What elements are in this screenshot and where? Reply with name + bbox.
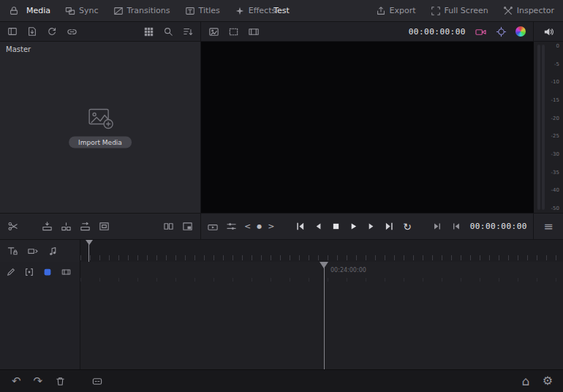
close-up-icon[interactable] [99, 221, 110, 232]
jump-start-button[interactable] [295, 222, 306, 231]
undo-icon[interactable]: ↶ [12, 376, 21, 387]
audio-meter-scale: 0 -5 -10 -15 -20 -25 -30 -35 -40 -50 [545, 42, 563, 213]
export-icon [376, 6, 386, 16]
audio-trim-icon[interactable] [48, 246, 58, 257]
append-clip-icon[interactable] [61, 221, 72, 232]
tab-sync-label: Sync [79, 6, 99, 15]
track-film-icon[interactable] [61, 267, 72, 277]
media-placeholder-icon [86, 107, 115, 130]
ripple-overwrite-icon[interactable] [80, 221, 91, 232]
audio-meter: 0 -5 -10 -15 -20 -25 -30 -35 -40 -50 [534, 42, 563, 213]
split-view-icon[interactable] [163, 221, 174, 232]
redo-icon[interactable]: ↷ [34, 376, 43, 387]
tools-sliders-icon[interactable] [226, 221, 237, 232]
video-editor-app: Media Sync Transitions Titles Effects Te… [0, 0, 563, 392]
settings-gear-icon[interactable]: ⚙ [543, 375, 553, 387]
track-header-tools [0, 262, 80, 282]
smart-insert-icon[interactable] [42, 221, 53, 232]
audio-monitor-icon[interactable] [24, 267, 34, 277]
step-back-button[interactable] [314, 222, 323, 231]
image-overlay-icon[interactable] [208, 26, 219, 37]
inspector-button[interactable]: Inspector [503, 6, 554, 16]
fullscreen-icon [431, 6, 441, 16]
inspector-label: Inspector [517, 6, 554, 15]
playhead-line [324, 262, 325, 369]
secondary-toolbar: 00:00:00:00 [0, 22, 563, 42]
home-icon[interactable]: ⌂ [522, 375, 530, 388]
sort-icon[interactable] [183, 26, 193, 37]
marker-flag-icon[interactable] [42, 267, 53, 277]
resync-icon[interactable] [47, 26, 57, 37]
timeline-track-header [0, 262, 80, 369]
filmstrip-icon[interactable] [248, 26, 260, 37]
fullscreen-label: Full Screen [445, 6, 488, 15]
export-label: Export [390, 6, 416, 15]
camera-icon[interactable] [475, 26, 487, 37]
transport-right: 00:00:00:00 [432, 222, 527, 231]
magic-mask-icon[interactable] [496, 26, 507, 37]
tab-effects[interactable]: Effects [235, 6, 276, 16]
tab-sync[interactable]: Sync [65, 6, 99, 16]
import-file-icon[interactable] [27, 26, 37, 37]
trim-tool-icon[interactable] [7, 246, 18, 257]
import-media-button[interactable]: Import Media [69, 137, 132, 148]
ruler-ticks [80, 255, 563, 260]
relink-icon[interactable] [67, 26, 78, 37]
meter-tick: -30 [545, 151, 559, 157]
effects-icon [235, 6, 245, 16]
titles-icon [185, 6, 195, 16]
audio-toolbar [533, 22, 563, 41]
tab-transitions[interactable]: Transitions [113, 6, 170, 16]
media-pool-panel-icon[interactable] [7, 26, 18, 37]
timeline-overview-ruler[interactable] [80, 240, 563, 262]
trim-left-icon[interactable]: < [244, 222, 251, 231]
audio-meter-bars [534, 42, 545, 213]
meter-tick: -40 [545, 187, 559, 193]
play-to-end-icon[interactable] [432, 222, 442, 231]
draw-tool-icon[interactable] [6, 267, 16, 277]
timeline-options: ≡ [533, 214, 563, 239]
inspector-icon [503, 6, 513, 16]
grid-view-icon[interactable] [144, 27, 154, 37]
viewer-toolbar: 00:00:00:00 [201, 22, 533, 41]
trim-right-icon[interactable]: > [268, 222, 274, 231]
top-menu-bar: Media Sync Transitions Titles Effects Te… [0, 0, 563, 22]
safe-area-icon[interactable] [228, 26, 239, 37]
trash-icon[interactable] [55, 376, 66, 387]
playhead-handle[interactable] [320, 262, 328, 268]
split-clip-icon[interactable] [7, 221, 18, 232]
meter-tick: -10 [545, 79, 559, 85]
trim-controls: < ● > [244, 222, 274, 231]
trim-point-icon[interactable]: ● [257, 223, 262, 230]
stop-button[interactable] [331, 222, 341, 231]
meter-tick: -25 [545, 133, 559, 139]
overview-playhead-handle[interactable] [86, 240, 93, 245]
timeline-ruler[interactable] [80, 278, 563, 282]
loop-button[interactable]: ↻ [403, 222, 412, 232]
first-frame-icon[interactable] [451, 222, 461, 231]
step-forward-button[interactable] [366, 222, 376, 231]
transport-section: < ● > ↻ 00:00:00:00 [201, 214, 533, 239]
caption-box-icon[interactable] [91, 376, 103, 387]
search-icon[interactable] [163, 26, 173, 37]
pip-view-icon[interactable] [182, 221, 193, 232]
clip-speed-icon[interactable] [207, 221, 219, 232]
transitions-icon [113, 6, 124, 16]
bin-label: Master [6, 45, 31, 53]
tab-effects-label: Effects [249, 6, 276, 15]
tab-transitions-label: Transitions [127, 6, 170, 15]
color-wheel-icon[interactable] [515, 26, 526, 37]
topbar-actions: Export Full Screen Inspector [376, 6, 554, 16]
jump-end-button[interactable] [384, 222, 395, 231]
transport-controls: ↻ [295, 222, 412, 232]
lock-icon[interactable] [9, 6, 19, 16]
menu-icon[interactable]: ≡ [543, 221, 553, 233]
speaker-icon[interactable] [543, 26, 554, 37]
meter-tick: -50 [545, 206, 559, 211]
play-button[interactable] [349, 222, 358, 231]
export-button[interactable]: Export [376, 6, 416, 16]
tab-media[interactable]: Media [26, 6, 50, 15]
tab-titles[interactable]: Titles [185, 6, 220, 16]
clip-extend-icon[interactable] [27, 246, 39, 257]
fullscreen-button[interactable]: Full Screen [431, 6, 488, 16]
